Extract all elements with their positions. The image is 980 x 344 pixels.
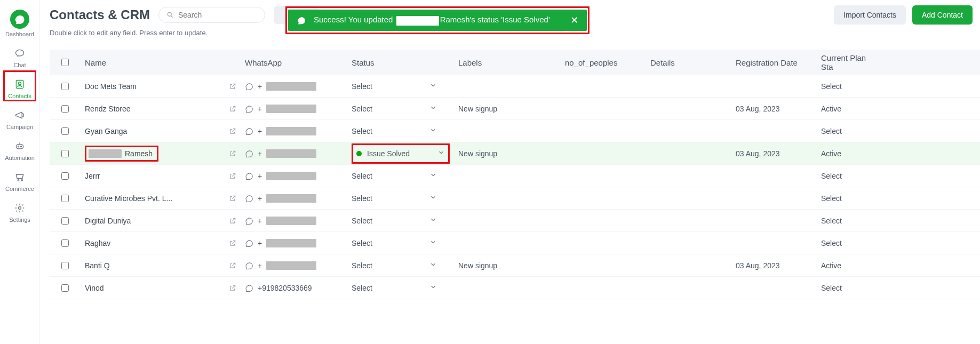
- table-row: Curative Microbes Pvt. L...+SelectSelect: [50, 187, 980, 210]
- success-toast: Success! You updated Ramesh's status 'Is…: [288, 10, 587, 31]
- status-select[interactable]: Select: [352, 238, 437, 247]
- whatsapp-cell: +: [241, 217, 347, 225]
- contact-name: Gyan Ganga: [85, 127, 127, 135]
- status-select[interactable]: Select: [352, 82, 437, 91]
- contact-name: Jerrr: [85, 172, 100, 180]
- nav-campaign[interactable]: Campaign: [0, 103, 39, 134]
- open-contact-icon[interactable]: [229, 172, 236, 180]
- status-select[interactable]: Select: [352, 171, 437, 180]
- annotation-highlight-status[interactable]: Issue Solved: [352, 143, 450, 164]
- nav-label: Settings: [9, 217, 30, 223]
- svg-point-0: [16, 50, 24, 56]
- chevron-down-icon: [429, 104, 437, 113]
- plan-cell: Active: [817, 261, 881, 270]
- nav-label: Chat: [13, 62, 26, 68]
- commerce-icon: [13, 171, 26, 183]
- labels-cell: New signup: [454, 105, 561, 113]
- automation-icon: [13, 140, 26, 153]
- nav-commerce[interactable]: Commerce: [0, 165, 39, 196]
- status-select[interactable]: Select: [352, 194, 437, 203]
- nav-dashboard[interactable]: Dashboard: [0, 4, 39, 42]
- search-icon: [166, 11, 174, 19]
- table-row: Gyan Ganga+SelectSelect: [50, 120, 980, 142]
- import-contacts-button[interactable]: Import Contacts: [834, 5, 906, 25]
- search-input-wrap[interactable]: [158, 7, 265, 23]
- wa-redacted: [266, 217, 316, 225]
- chevron-down-icon: [429, 82, 437, 91]
- settings-icon: [13, 202, 26, 214]
- open-contact-icon[interactable]: [229, 105, 236, 113]
- regdate-cell: 03 Aug, 2023: [731, 149, 817, 158]
- status-select[interactable]: Select: [352, 104, 437, 113]
- search-input[interactable]: [178, 11, 257, 19]
- contact-name: Raghav: [85, 239, 110, 247]
- plan-cell: Active: [817, 149, 881, 158]
- row-checkbox[interactable]: [61, 239, 69, 247]
- add-contact-button[interactable]: Add Contact: [912, 5, 973, 25]
- page-title: Contacts & CRM: [50, 7, 150, 22]
- nav-label: Automation: [5, 155, 35, 161]
- table-row: Banti Q+SelectNew signup03 Aug, 2023Acti…: [50, 254, 980, 277]
- row-checkbox[interactable]: [61, 150, 69, 157]
- regdate-cell: 03 Aug, 2023: [731, 261, 817, 270]
- status-select[interactable]: Select: [352, 126, 437, 135]
- plan-cell: Select: [817, 194, 881, 203]
- row-checkbox[interactable]: [61, 284, 69, 292]
- open-contact-icon[interactable]: [229, 284, 236, 292]
- row-checkbox[interactable]: [61, 105, 69, 113]
- nav-settings[interactable]: Settings: [0, 196, 39, 227]
- row-checkbox[interactable]: [61, 172, 69, 180]
- whatsapp-cell: +919820533669: [241, 284, 347, 292]
- open-contact-icon[interactable]: [229, 217, 236, 225]
- nav-chat[interactable]: Chat: [0, 42, 39, 73]
- open-contact-icon[interactable]: [229, 150, 236, 157]
- open-contact-icon[interactable]: [229, 195, 236, 202]
- annotation-highlight-name: Ramesh: [85, 146, 158, 162]
- open-contact-icon[interactable]: [229, 83, 236, 90]
- status-value: Select: [352, 217, 372, 225]
- status-value: Issue Solved: [367, 149, 410, 158]
- col-whatsapp: WhatsApp: [241, 58, 347, 67]
- wa-redacted: [266, 149, 316, 158]
- open-contact-icon[interactable]: [229, 262, 236, 269]
- plan-cell: Select: [817, 172, 881, 180]
- table-header: Name WhatsApp Status Labels no_of_people…: [50, 50, 980, 75]
- chevron-down-icon: [429, 194, 437, 203]
- whatsapp-cell: +: [241, 194, 347, 203]
- plan-cell: Select: [817, 82, 881, 91]
- row-checkbox[interactable]: [61, 83, 69, 90]
- svg-point-8: [19, 207, 21, 210]
- contact-name: Digital Duniya: [85, 217, 131, 225]
- status-select[interactable]: Select: [352, 261, 437, 270]
- chevron-down-icon: [429, 216, 437, 225]
- nav-automation[interactable]: Automation: [0, 134, 39, 165]
- row-checkbox[interactable]: [61, 127, 69, 135]
- status-select[interactable]: Select: [352, 283, 437, 292]
- wa-redacted: [266, 172, 316, 180]
- campaign-icon: [13, 109, 26, 122]
- row-checkbox[interactable]: [61, 195, 69, 202]
- toast-redacted: [396, 16, 439, 26]
- toast-annotation-wrap: Success! You updated Ramesh's status 'Is…: [285, 6, 589, 34]
- toast-close-button[interactable]: ✕: [570, 15, 578, 25]
- regdate-cell: 03 Aug, 2023: [731, 105, 817, 113]
- select-all-checkbox[interactable]: [61, 59, 69, 66]
- col-labels: Labels: [454, 58, 561, 67]
- chevron-down-icon: [429, 171, 437, 180]
- row-checkbox[interactable]: [61, 262, 69, 269]
- wa-redacted: [266, 239, 316, 247]
- contact-name: Vinod: [85, 284, 104, 292]
- labels-cell: New signup: [454, 261, 561, 270]
- annotation-highlight-nav: [3, 70, 36, 101]
- open-contact-icon[interactable]: [229, 127, 236, 135]
- table-row: Digital Duniya+SelectSelect: [50, 210, 980, 232]
- row-checkbox[interactable]: [61, 217, 69, 225]
- status-value: Select: [352, 172, 372, 180]
- chevron-down-icon: [429, 261, 437, 270]
- open-contact-icon[interactable]: [229, 239, 236, 247]
- status-select[interactable]: Select: [352, 216, 437, 225]
- col-details: Details: [646, 58, 731, 67]
- whatsapp-cell: +: [241, 105, 347, 113]
- chevron-down-icon: [437, 149, 445, 158]
- whatsapp-cell: +: [241, 261, 347, 270]
